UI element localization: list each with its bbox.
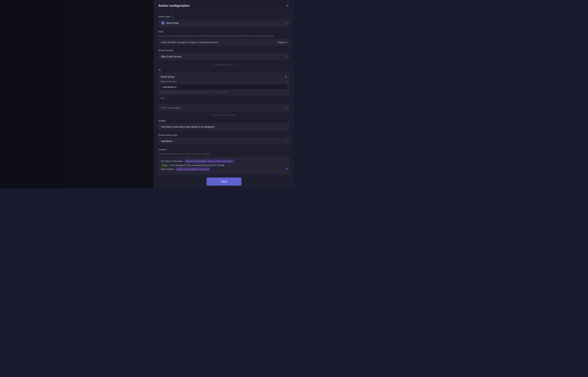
action-type-label: Action type ? [158,15,290,18]
content-type-chevron: ▾ [286,140,287,142]
subject-label: Subject [158,119,166,122]
delete-to-icon[interactable]: 🗑 [285,75,287,78]
content-cursor-dot [286,168,287,170]
to-container: Email String ▾ 🗑 Email addresses ⤢ Separ… [158,73,290,95]
to-field: To Email String ▾ 🗑 Email addresses ⤢ [158,69,290,101]
email-content-type-field: Email content type Markdown ▾ [158,134,290,144]
to-label: To [158,69,290,71]
save-button[interactable]: Save [207,177,241,186]
email-type-chevron: ▾ [175,76,176,78]
content-tag-1: Triggers / Record Match / Record / Cells… [184,159,235,163]
content-line-3: View Details: Triggers / Record Match / … [161,167,287,171]
action-config-modal: Action configuration ✕ Action type ? ✉ S… [154,0,294,188]
content-line-2: value To be assigned to the correspondin… [161,163,287,167]
email-provider-field: Email Provider Bika Email Service ▾ [158,49,290,60]
content-editor[interactable]: You have a new issue Triggers / Record M… [158,157,290,175]
subject-divider: Email subject and content ↓ [158,114,290,116]
email-provider-chevron: ▾ [286,55,287,58]
action-type-help-icon[interactable]: ? [171,15,174,18]
content-field: Content ⤢ Supports Markdown format, type… [158,148,290,175]
modal-footer: Save [154,175,294,188]
recipients-divider: Recipients and more [158,63,290,66]
email-type-select[interactable]: Email String ▾ [161,75,176,78]
show-more-chevron: ▾ [286,106,287,109]
email-addresses-label: Email addresses [161,80,176,83]
content-value-tag: value [161,163,168,167]
content-label: Content [158,148,166,151]
send-email-icon: ✉ [161,21,165,25]
subject-input[interactable] [158,123,290,130]
action-type-chevron: ▾ [286,22,287,24]
content-description: Supports Markdown format, type "/" to in… [158,152,290,155]
email-input[interactable] [161,84,287,90]
modal-overlay: Action configuration ✕ Action type ? ✉ S… [0,0,294,188]
modal-body: Action type ? ✉ Send Email ▾ Note Please… [154,12,294,175]
expand-subject-icon[interactable]: ⤢ [288,119,290,122]
expand-email-icon[interactable]: ⤢ [285,80,287,83]
modal-title: Action configuration [158,4,189,8]
action-type-select[interactable]: ✉ Send Email ▾ [158,19,290,27]
content-tag-3: Triggers / Record Match / Record / url [175,167,211,171]
action-type-field: Action type ? ✉ Send Email ▾ [158,15,290,27]
note-field: Note Please provide a concise and clear … [158,30,290,46]
lang-chevron: ▾ [286,41,287,44]
modal-header: Action configuration ✕ [154,0,294,12]
language-select[interactable]: English ▾ [278,41,287,44]
note-input-row: Notify the R&D manager to assign a respo… [158,39,290,46]
note-label: Note [158,30,290,33]
note-text: Notify the R&D manager to assign a respo… [161,41,278,44]
show-more-options[interactable]: Show more options ▾ [158,105,290,111]
expand-content-icon[interactable]: ⤢ [288,148,290,151]
email-content-type-label: Email content type [158,134,290,136]
content-line-1: You have a new issue Triggers / Record M… [161,159,287,163]
content-type-select[interactable]: Markdown ▾ [158,138,290,144]
email-hint: Separate multiple email addresses with c… [161,91,287,93]
email-provider-label: Email Provider [158,49,290,52]
note-description: Please provide a concise and clear note,… [158,35,290,38]
email-provider-select[interactable]: Bika Email Service ▾ [158,53,290,60]
close-button[interactable]: ✕ [285,3,290,9]
subject-field: Subject ⤢ [158,119,290,130]
add-button[interactable]: + Add [158,95,164,101]
